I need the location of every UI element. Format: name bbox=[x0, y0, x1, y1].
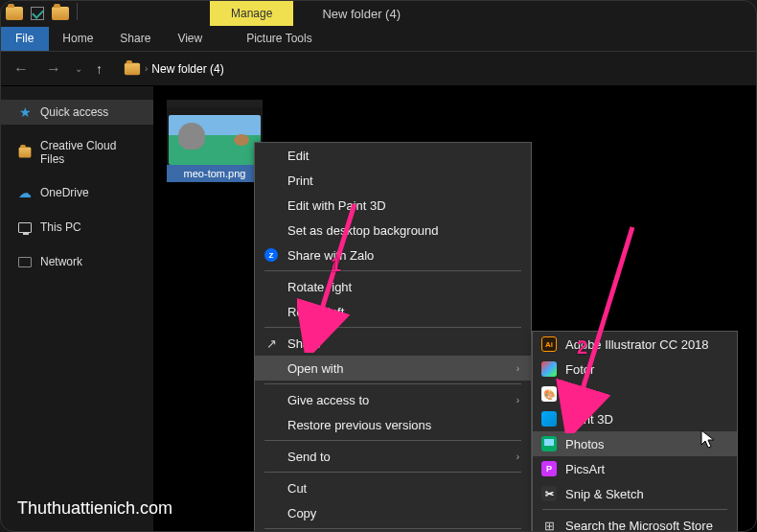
sidebar-item-creative-cloud[interactable]: Creative Cloud Files bbox=[0, 134, 153, 171]
ctx-send-to[interactable]: Send to› bbox=[255, 444, 531, 469]
divider bbox=[264, 327, 521, 328]
app-illustrator[interactable]: AiAdobe Illustrator CC 2018 bbox=[533, 332, 737, 357]
illustrator-icon: Ai bbox=[540, 335, 558, 353]
chevron-right-icon: › bbox=[516, 395, 519, 405]
divider bbox=[264, 270, 521, 271]
pc-icon bbox=[17, 220, 33, 235]
photos-icon bbox=[540, 435, 558, 452]
ctx-give-access[interactable]: Give access to› bbox=[255, 387, 531, 412]
back-button[interactable]: ← bbox=[10, 60, 33, 78]
ctx-rotate-right[interactable]: Rotate right bbox=[255, 274, 531, 299]
fotor-icon bbox=[540, 360, 558, 378]
open-with-submenu: AiAdobe Illustrator CC 2018 Fotor Paint … bbox=[532, 331, 738, 532]
sidebar-item-label: This PC bbox=[40, 220, 81, 234]
watermark: Thuthuattienich.com bbox=[17, 498, 172, 519]
tab-picture-tools[interactable]: Picture Tools bbox=[233, 27, 325, 51]
folder-icon bbox=[4, 3, 25, 24]
tab-home[interactable]: Home bbox=[49, 27, 106, 51]
breadcrumb[interactable]: › New folder (4) bbox=[124, 62, 224, 76]
checkbox-icon[interactable] bbox=[27, 3, 48, 24]
navigation-sidebar: ★ Quick access Creative Cloud Files ☁ On… bbox=[0, 86, 153, 532]
sidebar-item-network[interactable]: Network bbox=[0, 249, 153, 274]
star-icon: ★ bbox=[17, 104, 33, 120]
chevron-right-icon: › bbox=[516, 363, 519, 374]
ctx-print[interactable]: Print bbox=[255, 168, 531, 193]
chevron-right-icon: › bbox=[145, 63, 148, 74]
snip-icon: ✂ bbox=[540, 485, 558, 502]
sidebar-item-label: OneDrive bbox=[40, 186, 89, 199]
context-menu: Edit Print Edit with Paint 3D Set as des… bbox=[254, 142, 532, 532]
sidebar-item-label: Quick access bbox=[40, 105, 108, 119]
sidebar-item-label: Network bbox=[40, 255, 82, 268]
chevron-right-icon: › bbox=[516, 451, 519, 462]
up-button[interactable]: ↑ bbox=[92, 61, 106, 77]
app-paint3d[interactable]: Paint 3D bbox=[533, 406, 737, 431]
ctx-share[interactable]: Share bbox=[255, 331, 531, 356]
title-bar: Manage New folder (4) bbox=[0, 0, 757, 27]
divider bbox=[264, 472, 521, 473]
forward-button[interactable]: → bbox=[42, 60, 65, 78]
sidebar-item-onedrive[interactable]: ☁ OneDrive bbox=[0, 180, 153, 205]
divider bbox=[264, 528, 521, 529]
app-picsart[interactable]: PPicsArt bbox=[533, 456, 737, 481]
ctx-rotate-left[interactable]: Rotate left bbox=[255, 299, 531, 324]
folder-icon bbox=[17, 145, 33, 160]
file-name: meo-tom.png bbox=[167, 165, 263, 182]
network-icon bbox=[17, 254, 33, 269]
annotation-number-2: 2 bbox=[577, 336, 587, 359]
annotation-number-1: 1 bbox=[331, 254, 341, 276]
paint3d-icon bbox=[540, 410, 558, 428]
ctx-edit-paint3d[interactable]: Edit with Paint 3D bbox=[255, 193, 531, 218]
file-menu[interactable]: File bbox=[0, 27, 49, 51]
folder-icon bbox=[50, 3, 71, 24]
breadcrumb-folder[interactable]: New folder (4) bbox=[151, 62, 223, 76]
share-icon bbox=[263, 335, 280, 352]
divider bbox=[264, 440, 521, 441]
sidebar-item-label: Creative Cloud Files bbox=[40, 139, 136, 166]
zalo-icon: Z bbox=[263, 246, 280, 264]
picsart-icon: P bbox=[540, 460, 558, 477]
store-icon: ⊞ bbox=[540, 517, 558, 532]
divider bbox=[264, 383, 521, 384]
contextual-tab-manage[interactable]: Manage bbox=[210, 1, 293, 26]
ctx-restore-versions[interactable]: Restore previous versions bbox=[255, 412, 531, 437]
quick-access-toolbar bbox=[0, 3, 85, 24]
ribbon-tabs: File Home Share View Picture Tools bbox=[0, 27, 757, 52]
ctx-open-with[interactable]: Open with› bbox=[255, 356, 531, 381]
cloud-icon: ☁ bbox=[17, 185, 33, 200]
tab-view[interactable]: View bbox=[164, 27, 216, 51]
ctx-copy[interactable]: Copy bbox=[255, 500, 531, 525]
sidebar-item-this-pc[interactable]: This PC bbox=[0, 215, 153, 240]
app-snip-sketch[interactable]: ✂Snip & Sketch bbox=[533, 481, 737, 506]
file-item[interactable]: meo-tom.png bbox=[167, 100, 263, 182]
divider bbox=[542, 509, 727, 510]
paint-icon bbox=[540, 385, 558, 403]
file-thumbnail bbox=[167, 100, 263, 165]
history-dropdown[interactable]: ⌄ bbox=[75, 63, 82, 74]
navigation-toolbar: ← → ⌄ ↑ › New folder (4) bbox=[0, 52, 757, 86]
search-store[interactable]: ⊞Search the Microsoft Store bbox=[533, 513, 737, 532]
ctx-edit[interactable]: Edit bbox=[255, 143, 531, 168]
ctx-set-desktop-bg[interactable]: Set as desktop background bbox=[255, 218, 531, 243]
window-title: New folder (4) bbox=[322, 7, 401, 21]
app-fotor[interactable]: Fotor bbox=[533, 357, 737, 382]
ctx-cut[interactable]: Cut bbox=[255, 475, 531, 500]
ctx-share-zalo[interactable]: ZShare with Zalo bbox=[255, 243, 531, 267]
tab-share[interactable]: Share bbox=[106, 27, 164, 51]
app-paint[interactable]: Paint bbox=[533, 382, 737, 406]
folder-icon bbox=[125, 62, 140, 75]
app-photos[interactable]: Photos bbox=[533, 431, 737, 456]
sidebar-item-quick-access[interactable]: ★ Quick access bbox=[0, 100, 153, 125]
